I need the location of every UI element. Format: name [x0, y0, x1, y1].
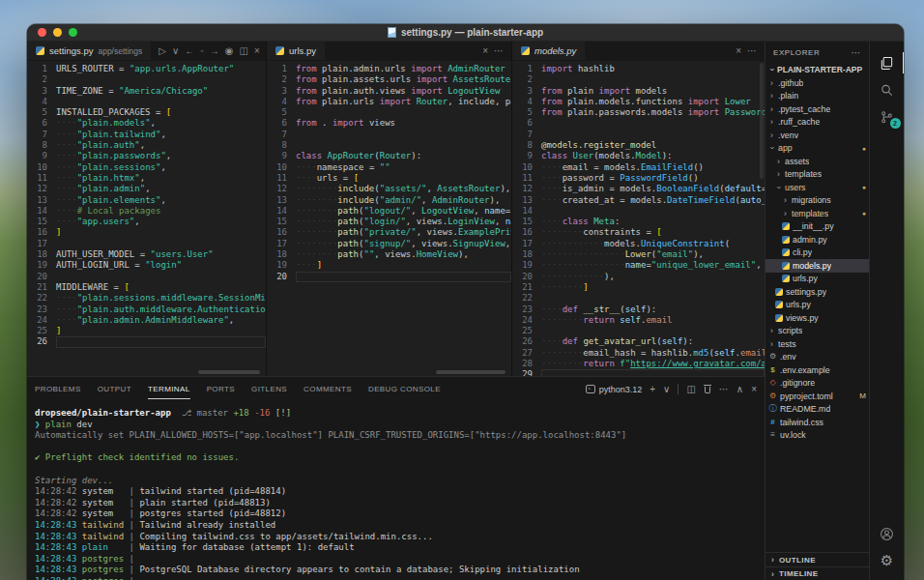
- sidebar-section-timeline[interactable]: ›TIMELINE: [765, 566, 869, 580]
- tree-item-README.md[interactable]: ⓘREADME.md: [765, 403, 869, 417]
- tab-urls-py[interactable]: urls.py: [267, 42, 325, 60]
- code-line[interactable]: 18········path("", views.HomeView),: [267, 249, 511, 260]
- code-line[interactable]: 2: [512, 74, 765, 85]
- explorer-activity-icon[interactable]: [872, 49, 903, 76]
- tree-item-uv.lock[interactable]: ≡uv.lock: [765, 429, 869, 443]
- tree-item-scripts[interactable]: ›scripts: [765, 325, 869, 338]
- code-line[interactable]: 9class User(models.Model):: [512, 151, 765, 161]
- tree-item-.env.example[interactable]: $.env.example: [765, 363, 869, 377]
- file-tree[interactable]: ›.github›.plain›.pytest_cache›.ruff_cach…: [765, 76, 869, 552]
- tree-item-.github[interactable]: ›.github: [765, 76, 869, 90]
- code-line[interactable]: 12····is_admin = models.BooleanField(def…: [512, 184, 765, 194]
- code-editor[interactable]: 1from plain.admin.urls import AdminRoute…: [267, 61, 511, 376]
- code-line[interactable]: 1from plain.admin.urls import AdminRoute…: [267, 64, 511, 74]
- code-line[interactable]: 13····created_at = models.DateTimeField(…: [512, 195, 765, 206]
- horizontal-scrollbar[interactable]: [198, 370, 260, 374]
- code-line[interactable]: 13····"plain.elements",: [27, 195, 266, 206]
- panel-tab-terminal[interactable]: TERMINAL: [148, 379, 190, 399]
- tree-item-.pytest_cache[interactable]: ›.pytest_cache: [765, 102, 869, 116]
- split-terminal-icon[interactable]: ◫: [686, 385, 695, 394]
- terminal-dropdown-icon[interactable]: ∨: [663, 385, 670, 394]
- nav-back-icon[interactable]: ←: [185, 46, 194, 56]
- code-line[interactable]: 18················Lower("email"),: [512, 249, 765, 260]
- code-line[interactable]: 20: [27, 272, 266, 282]
- code-line[interactable]: 6····"plain.models",: [27, 118, 266, 129]
- close-editor-icon[interactable]: ×: [482, 46, 488, 56]
- tree-item-pyproject.toml[interactable]: ⚙pyproject.tomlM: [765, 390, 869, 403]
- code-line[interactable]: 3from plain import models: [512, 86, 765, 97]
- more-actions-icon[interactable]: ⋯: [494, 46, 504, 56]
- tree-item-urls.py[interactable]: urls.py: [765, 273, 869, 286]
- code-line[interactable]: 4from plain.urls import Router, include,…: [267, 97, 511, 107]
- more-actions-icon[interactable]: ⋯: [719, 385, 729, 394]
- code-line[interactable]: 28········return f"https://www.gravatar.…: [512, 359, 765, 369]
- close-panel-icon[interactable]: ×: [751, 385, 757, 394]
- editor-actions[interactable]: ×⋯: [728, 42, 765, 60]
- panel-tab-comments[interactable]: COMMENTS: [303, 379, 352, 399]
- code-line[interactable]: 10····"plain.sessions",: [27, 162, 266, 173]
- tree-item-migrations[interactable]: ›migrations: [765, 194, 869, 208]
- code-line[interactable]: 6from . import views: [267, 118, 511, 129]
- code-editor[interactable]: 1URLS_ROUTER = "app.urls.AppRouter"23TIM…: [27, 61, 266, 376]
- code-line[interactable]: 5INSTALLED_PACKAGES = [: [27, 107, 266, 118]
- code-line[interactable]: 4: [27, 97, 266, 107]
- code-line[interactable]: 1URLS_ROUTER = "app.urls.AppRouter": [27, 64, 266, 74]
- panel-tab-problems[interactable]: PROBLEMS: [35, 379, 81, 399]
- run-python-file-icon[interactable]: ▷: [159, 46, 166, 56]
- title-bar[interactable]: settings.py — plain-starter-app: [27, 24, 904, 42]
- panel-tab-gitlens[interactable]: GITLENS: [251, 379, 287, 399]
- panel-controls[interactable]: > python3.12 + ∨ ◫ ⋯ ∧ ×: [586, 384, 757, 394]
- nav-dot-icon[interactable]: ◦: [200, 46, 204, 56]
- code-line[interactable]: 16········path("private/", views.Example…: [267, 227, 511, 238]
- code-line[interactable]: 8····"plain.auth",: [27, 140, 266, 151]
- code-line[interactable]: 27········email_hash = hashlib.md5(self.…: [512, 348, 765, 359]
- code-line[interactable]: 8@models.register_model: [512, 140, 765, 151]
- tree-item-.venv[interactable]: ›.venv: [765, 129, 869, 142]
- code-line[interactable]: 22····"plain.sessions.middleware.Session…: [27, 293, 266, 304]
- tab-bar[interactable]: urls.py ×⋯: [267, 42, 511, 61]
- code-line[interactable]: 26: [27, 336, 266, 347]
- code-line[interactable]: 20: [267, 272, 511, 282]
- code-line[interactable]: 20············),: [512, 272, 765, 282]
- tree-item-.plain[interactable]: ›.plain: [765, 90, 869, 103]
- code-line[interactable]: 19AUTH_LOGIN_URL = "login": [27, 260, 266, 271]
- tree-item-tests[interactable]: ›tests: [765, 337, 869, 351]
- settings-gear-icon[interactable]: ⚙: [872, 547, 903, 574]
- code-editor[interactable]: 1import hashlib23from plain import model…: [512, 61, 765, 376]
- code-line[interactable]: 18AUTH_USER_MODEL = "users.User": [27, 249, 266, 260]
- code-line[interactable]: 19················name="unique_lower_ema…: [512, 260, 765, 271]
- code-line[interactable]: 7····"plain.tailwind",: [27, 130, 266, 140]
- nav-forward-icon[interactable]: →: [210, 46, 219, 56]
- code-line[interactable]: 17: [27, 239, 266, 249]
- tree-item-.env[interactable]: ⚙.env: [765, 351, 869, 364]
- code-line[interactable]: 7: [512, 130, 765, 140]
- code-line[interactable]: 17············models.UniqueConstraint(: [512, 239, 765, 249]
- tree-item-users[interactable]: ›users●: [765, 181, 869, 194]
- tree-item-templates[interactable]: ›templates: [765, 168, 869, 182]
- code-line[interactable]: 13········include("admin/", AdminRouter)…: [267, 195, 511, 206]
- code-line[interactable]: 16········constraints = [: [512, 227, 765, 238]
- code-line[interactable]: 4from plain.models.functions import Lowe…: [512, 97, 765, 107]
- code-line[interactable]: 7: [267, 130, 511, 140]
- code-line[interactable]: 15········path("login/", views.LoginView…: [267, 217, 511, 227]
- tree-item-assets[interactable]: ›assets: [765, 155, 869, 168]
- code-line[interactable]: 21········]: [512, 282, 765, 293]
- code-line[interactable]: 10····email = models.EmailField(): [512, 162, 765, 173]
- code-line[interactable]: 25]: [27, 326, 266, 336]
- maximize-panel-icon[interactable]: ∧: [736, 385, 743, 394]
- code-line[interactable]: 15····class Meta:: [512, 217, 765, 227]
- vertical-scrollbar[interactable]: [760, 63, 764, 179]
- code-line[interactable]: 3from plain.auth.views import LogoutView: [267, 86, 511, 97]
- panel-tabs[interactable]: PROBLEMSOUTPUTTERMINALPORTSGITLENSCOMMEN…: [35, 379, 441, 399]
- accounts-icon[interactable]: [872, 520, 903, 547]
- search-activity-icon[interactable]: [872, 76, 903, 103]
- code-line[interactable]: 23····"plain.auth.middleware.Authenticat…: [27, 304, 266, 315]
- code-line[interactable]: 11····"plain.htmx",: [27, 173, 266, 184]
- code-line[interactable]: 5: [267, 107, 511, 118]
- run-dropdown-icon[interactable]: ∨: [172, 46, 179, 56]
- code-line[interactable]: 23····def __str__(self):: [512, 304, 765, 315]
- code-line[interactable]: 5from plain.passwords.models import Pass…: [512, 107, 765, 118]
- code-line[interactable]: 12········include("assets/", AssetsRoute…: [267, 184, 511, 194]
- split-editor-icon[interactable]: ◫: [240, 46, 248, 56]
- code-line[interactable]: 29: [512, 369, 765, 376]
